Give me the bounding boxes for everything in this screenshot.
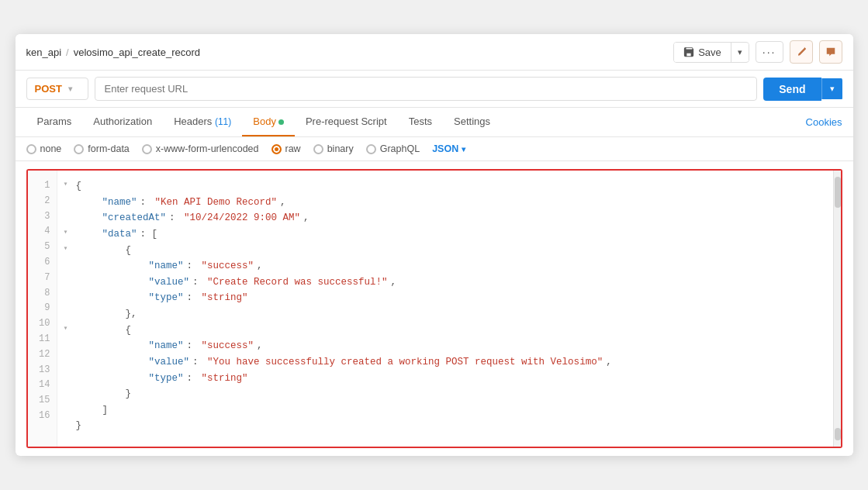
- body-dot: [278, 119, 284, 125]
- comment-icon: [825, 47, 836, 57]
- tabs-left: Params Authorization Headers (11) Body P…: [26, 108, 502, 136]
- code-line-14: }: [64, 386, 827, 402]
- expand-16: [64, 418, 73, 431]
- radio-binary-circle: [313, 144, 323, 154]
- save-button-group[interactable]: Save ▾: [673, 42, 749, 63]
- code-line-9: },: [64, 306, 827, 323]
- code-line-15: ]: [64, 402, 827, 419]
- url-bar: POST ▾ Send ▾: [16, 71, 853, 108]
- send-button-group[interactable]: Send ▾: [763, 78, 842, 101]
- expand-1[interactable]: ▾: [64, 178, 73, 192]
- send-button[interactable]: Send: [763, 78, 821, 101]
- code-line-1: ▾{: [64, 178, 827, 195]
- breadcrumb-workspace: ken_api: [26, 47, 62, 58]
- radio-graphql-circle: [366, 144, 376, 154]
- code-line-13: "type": "string": [64, 371, 827, 387]
- radio-form-data[interactable]: form-data: [74, 143, 130, 154]
- expand-14: [64, 386, 73, 399]
- expand-7: [64, 274, 73, 288]
- line-numbers: 1 2 3 4 5 6 7 8 9 10 11 12 13 14 15 16: [28, 171, 57, 447]
- code-line-10: ▾ {: [64, 323, 827, 339]
- app-window: ken_api / velosimo_api_create_record Sav…: [16, 34, 853, 456]
- expand-5[interactable]: ▾: [64, 243, 73, 256]
- json-format-select[interactable]: JSON ▾: [432, 143, 465, 154]
- tab-body[interactable]: Body: [242, 108, 295, 136]
- tab-headers[interactable]: Headers (11): [163, 108, 242, 136]
- expand-15: [64, 402, 73, 416]
- tab-prerequest[interactable]: Pre-request Script: [295, 108, 398, 136]
- more-button[interactable]: ···: [756, 41, 783, 63]
- top-bar-actions: Save ▾ ···: [673, 40, 842, 64]
- save-icon: [683, 47, 694, 57]
- comment-icon-button[interactable]: [819, 40, 842, 64]
- radio-urlencoded-circle: [142, 144, 152, 154]
- url-input[interactable]: [95, 77, 758, 101]
- radio-binary[interactable]: binary: [313, 143, 354, 154]
- save-dropdown-arrow[interactable]: ▾: [731, 43, 749, 61]
- save-button[interactable]: Save: [674, 43, 731, 62]
- radio-raw-circle: [271, 144, 282, 154]
- radio-raw[interactable]: raw: [271, 143, 301, 154]
- method-select[interactable]: POST ▾: [26, 78, 88, 100]
- tab-authorization[interactable]: Authorization: [82, 108, 163, 136]
- expand-10[interactable]: ▾: [64, 323, 73, 336]
- code-line-8: "type": "string": [64, 290, 827, 306]
- tab-settings[interactable]: Settings: [443, 108, 501, 136]
- radio-urlencoded[interactable]: x-www-form-urlencoded: [142, 143, 259, 154]
- expand-13: [64, 371, 73, 384]
- top-bar: ken_api / velosimo_api_create_record Sav…: [16, 34, 853, 71]
- code-line-16: }: [64, 418, 827, 434]
- code-line-6: "name": "success",: [64, 258, 827, 274]
- expand-9: [64, 306, 73, 319]
- radio-form-data-circle: [74, 144, 84, 154]
- tab-params[interactable]: Params: [26, 108, 83, 136]
- edit-icon-button[interactable]: [790, 40, 813, 64]
- code-line-7: "value": "Create Record was successful!"…: [64, 274, 827, 291]
- expand-8: [64, 290, 73, 303]
- pencil-icon: [796, 47, 807, 57]
- scrollbar-thumb-top: [835, 177, 841, 208]
- scrollbar-thumb-bottom: [835, 428, 841, 440]
- tabs-bar: Params Authorization Headers (11) Body P…: [16, 108, 853, 137]
- code-line-11: "name": "success",: [64, 338, 827, 354]
- headers-badge: (11): [215, 116, 231, 127]
- code-editor: 1 2 3 4 5 6 7 8 9 10 11 12 13 14 15 16 ▾…: [26, 169, 842, 448]
- expand-4[interactable]: ▾: [64, 226, 73, 240]
- code-line-5: ▾ {: [64, 243, 827, 259]
- code-line-4: ▾ "data": [: [64, 226, 827, 243]
- expand-2: [64, 195, 73, 208]
- tab-tests[interactable]: Tests: [398, 108, 443, 136]
- radio-none-circle: [26, 144, 36, 154]
- radio-graphql[interactable]: GraphQL: [366, 143, 420, 154]
- expand-11: [64, 338, 73, 351]
- code-content[interactable]: ▾{ "name": "Ken API Demo Record", "creat…: [57, 171, 833, 447]
- radio-none[interactable]: none: [26, 143, 62, 154]
- code-line-2: "name": "Ken API Demo Record",: [64, 195, 827, 211]
- cookies-link[interactable]: Cookies: [806, 116, 842, 128]
- breadcrumb-request: velosimo_api_create_record: [74, 47, 200, 58]
- breadcrumb: ken_api / velosimo_api_create_record: [26, 47, 200, 58]
- expand-6: [64, 258, 73, 271]
- expand-3: [64, 210, 73, 223]
- send-dropdown-arrow[interactable]: ▾: [821, 78, 842, 99]
- expand-12: [64, 354, 73, 368]
- vertical-scrollbar[interactable]: [833, 171, 841, 447]
- code-line-12: "value": "You have successfully created …: [64, 354, 827, 371]
- code-line-3: "createdAt": "10/24/2022 9:00 AM",: [64, 210, 827, 226]
- body-type-bar: none form-data x-www-form-urlencoded raw…: [16, 137, 853, 161]
- breadcrumb-separator: /: [66, 47, 69, 58]
